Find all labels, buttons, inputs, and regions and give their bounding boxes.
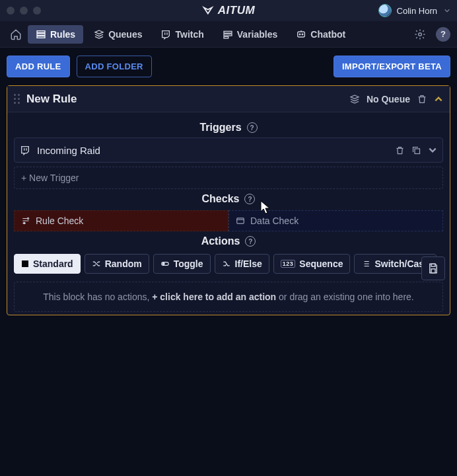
chatbot-icon (296, 29, 306, 40)
empty-text-post: or drag an existing one into here. (276, 292, 414, 302)
maximize-window-icon[interactable] (33, 7, 41, 15)
action-tab-standard[interactable]: Standard (14, 254, 81, 274)
add-folder-button[interactable]: ADD FOLDER (77, 56, 152, 77)
rule-header: New Rule No Queue (7, 86, 450, 112)
chevron-down-icon (428, 145, 437, 155)
svg-rect-1 (37, 33, 45, 35)
svg-point-7 (299, 34, 300, 35)
branch-icon (222, 259, 231, 268)
tab-label: Queues (108, 29, 142, 40)
tab-label: Rules (50, 29, 75, 40)
tab-rules[interactable]: Rules (28, 25, 83, 44)
chevron-up-icon (434, 95, 443, 104)
section-actions-title: Actions ? (14, 231, 443, 251)
drag-handle-icon[interactable] (14, 94, 20, 104)
section-triggers-title: Triggers ? (14, 118, 443, 138)
copy-icon (411, 145, 421, 155)
variables-icon (223, 29, 233, 40)
rule-title[interactable]: New Rule (26, 93, 77, 106)
home-icon (10, 28, 22, 40)
delete-rule-button[interactable] (417, 94, 427, 104)
svg-rect-10 (415, 149, 420, 154)
add-trigger-button[interactable]: + New Trigger (14, 167, 443, 189)
sequence-icon: 123 (281, 260, 296, 268)
help-icon[interactable]: ? (247, 122, 258, 133)
svg-rect-13 (237, 218, 244, 223)
duplicate-trigger-button[interactable] (411, 145, 421, 155)
expand-trigger-button[interactable] (428, 145, 437, 155)
check-label: Rule Check (36, 216, 83, 226)
data-check-button[interactable]: Data Check (228, 210, 443, 231)
logo-icon (202, 5, 214, 17)
action-type-tabs: Standard Random Toggle If/Else 123 Seque… (14, 254, 443, 274)
rule-actions-row: ADD RULE ADD FOLDER IMPORT/EXPORT BETA (0, 48, 457, 85)
svg-rect-4 (224, 34, 232, 36)
add-rule-button[interactable]: ADD RULE (7, 56, 70, 77)
trash-icon (395, 145, 405, 155)
tab-label: Twitch (175, 29, 203, 40)
help-icon[interactable]: ? (244, 194, 255, 204)
trigger-label: Incoming Raid (37, 145, 100, 156)
svg-rect-5 (224, 36, 228, 38)
list-icon (361, 259, 370, 268)
gear-icon (414, 28, 426, 40)
tab-chatbot[interactable]: Chatbot (288, 25, 353, 44)
help-icon[interactable]: ? (245, 236, 256, 247)
shuffle-icon (92, 259, 101, 268)
rules-icon (36, 29, 46, 40)
tab-twitch[interactable]: Twitch (153, 25, 211, 44)
svg-point-16 (162, 263, 164, 265)
queue-label[interactable]: No Queue (367, 94, 410, 104)
svg-rect-14 (22, 260, 28, 267)
action-tab-random[interactable]: Random (85, 254, 149, 274)
settings-button[interactable] (412, 26, 428, 42)
rule-check-button[interactable]: Rule Check (14, 210, 228, 231)
chevron-down-icon (444, 7, 450, 14)
titlebar: AITUM Colin Horn (0, 0, 457, 21)
tab-label: Chatbot (310, 29, 345, 40)
twitch-icon (160, 29, 171, 40)
action-tab-toggle[interactable]: Toggle (153, 254, 211, 274)
svg-point-8 (302, 34, 303, 35)
action-tab-ifelse[interactable]: If/Else (215, 254, 269, 274)
trash-icon (417, 94, 427, 104)
import-export-button[interactable]: IMPORT/EXPORT BETA (334, 56, 450, 77)
rule-card: New Rule No Queue Triggers ? Incoming Ra… (7, 85, 450, 315)
window-controls[interactable] (7, 7, 41, 15)
avatar (378, 4, 392, 17)
help-button[interactable]: ? (436, 27, 450, 42)
queues-icon (94, 29, 104, 40)
svg-point-9 (419, 32, 422, 36)
collapse-rule-button[interactable] (434, 95, 443, 104)
svg-rect-6 (298, 32, 305, 37)
layers-icon (349, 94, 360, 104)
app-name: AITUM (218, 4, 255, 17)
user-menu[interactable]: Colin Horn (378, 4, 450, 17)
delete-trigger-button[interactable] (395, 145, 405, 155)
check-label: Data Check (250, 216, 299, 226)
home-button[interactable] (7, 25, 25, 44)
svg-rect-2 (37, 36, 45, 38)
empty-actions-block[interactable]: This block has no actions, + click here … (14, 282, 443, 312)
twitch-icon (20, 145, 30, 155)
svg-rect-17 (431, 264, 435, 266)
action-tab-sequence[interactable]: 123 Sequence (273, 254, 351, 274)
empty-text-pre: This block has no actions, (43, 292, 152, 302)
main-toolbar: Rules Queues Twitch Variables Chatbot ? (0, 21, 457, 48)
svg-rect-18 (431, 269, 435, 273)
trigger-item[interactable]: Incoming Raid (14, 138, 443, 163)
queue-icon[interactable] (349, 94, 360, 104)
svg-rect-3 (224, 31, 232, 33)
toggle-icon (160, 259, 170, 268)
tab-variables[interactable]: Variables (215, 25, 286, 44)
square-icon (21, 260, 29, 268)
minimize-window-icon[interactable] (20, 7, 28, 15)
user-name: Colin Horn (397, 6, 437, 16)
empty-text-link[interactable]: + click here to add an action (152, 292, 276, 302)
sliders-icon (21, 216, 30, 225)
close-window-icon[interactable] (7, 7, 15, 15)
tab-queues[interactable]: Queues (86, 25, 150, 44)
app-brand: AITUM (202, 4, 255, 17)
data-icon (236, 216, 245, 225)
save-button[interactable] (421, 257, 445, 280)
